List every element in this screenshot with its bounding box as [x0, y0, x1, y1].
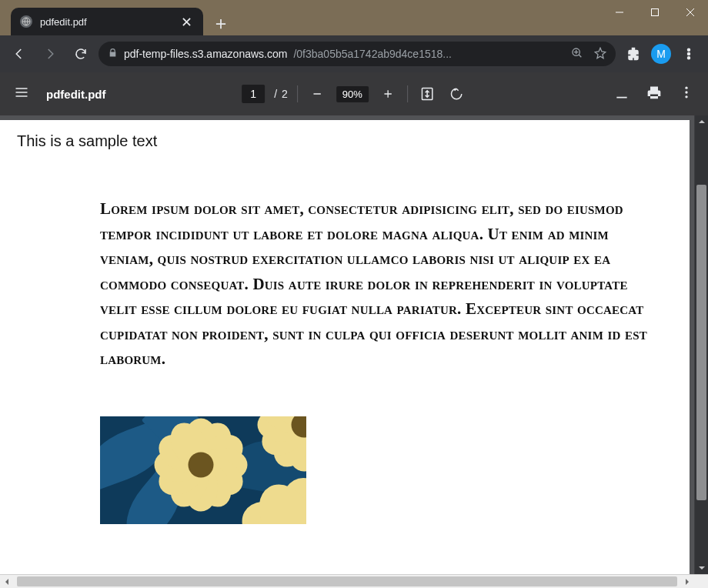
rotate-button[interactable]	[446, 84, 466, 104]
page-separator: /	[274, 88, 277, 100]
vertical-scroll-thumb[interactable]	[696, 185, 706, 500]
extensions-button[interactable]	[620, 41, 646, 67]
zoom-in-button[interactable]	[378, 84, 398, 104]
svg-point-4	[688, 53, 690, 55]
svg-point-9	[685, 95, 687, 98]
zoom-indicator-icon[interactable]	[571, 47, 583, 62]
url-path: /0f3ba05b5a1742ab9d4ce1518...	[293, 48, 452, 60]
page-count: / 2	[274, 88, 288, 100]
vertical-scrollbar[interactable]	[694, 115, 708, 574]
tab-title: pdfedit.pdf	[40, 16, 87, 28]
address-bar: pdf-temp-files.s3.amazonaws.com/0f3ba05b…	[0, 35, 708, 72]
window-titlebar: pdfedit.pdf	[0, 0, 708, 35]
lock-icon	[108, 48, 118, 60]
minimize-button[interactable]	[602, 0, 637, 25]
forward-button[interactable]	[37, 41, 63, 67]
svg-point-8	[685, 91, 687, 93]
browser-tab-active[interactable]: pdfedit.pdf	[11, 8, 203, 35]
svg-rect-1	[652, 9, 659, 16]
scroll-down-arrow-icon[interactable]	[695, 562, 708, 574]
divider	[407, 85, 408, 102]
close-tab-icon[interactable]	[180, 15, 192, 28]
url-host: pdf-temp-files.s3.amazonaws.com	[124, 48, 287, 60]
omnibox[interactable]: pdf-temp-files.s3.amazonaws.com/0f3ba05b…	[99, 42, 616, 66]
fit-page-button[interactable]	[417, 84, 437, 104]
pdf-toolbar: pdfedit.pdf 1 / 2 90%	[0, 72, 708, 115]
sidebar-toggle-button[interactable]	[14, 85, 29, 103]
zoom-level[interactable]: 90%	[336, 86, 369, 102]
pdf-filename: pdfedit.pdf	[46, 88, 105, 101]
scroll-up-arrow-icon[interactable]	[695, 115, 708, 128]
browser-menu-button[interactable]	[676, 41, 702, 67]
page-total: 2	[282, 88, 288, 100]
horizontal-scrollbar[interactable]	[0, 574, 708, 588]
svg-point-7	[685, 87, 687, 89]
page-number-input[interactable]: 1	[242, 85, 265, 103]
profile-avatar[interactable]: M	[651, 44, 671, 64]
pdf-page-1: This is a sample text Lorem ipsum dolor …	[0, 120, 690, 574]
window-controls	[602, 0, 708, 25]
document-image-flowers	[100, 416, 306, 524]
new-tab-button[interactable]	[209, 12, 232, 35]
print-button[interactable]	[646, 85, 662, 103]
reload-button[interactable]	[68, 41, 94, 67]
pdf-viewport: This is a sample text Lorem ipsum dolor …	[0, 115, 708, 588]
close-window-button[interactable]	[673, 0, 708, 25]
divider	[297, 85, 298, 102]
maximize-button[interactable]	[637, 0, 673, 25]
pdf-more-menu-button[interactable]	[679, 85, 694, 103]
sample-text: This is a sample text	[17, 132, 676, 150]
pdf-toolbar-right	[614, 85, 694, 103]
globe-icon	[20, 15, 32, 28]
svg-point-5	[688, 57, 690, 59]
download-button[interactable]	[614, 85, 630, 103]
svg-point-3	[688, 48, 690, 51]
bookmark-star-icon[interactable]	[594, 47, 606, 62]
scroll-right-arrow-icon[interactable]	[680, 575, 694, 588]
pdf-page-area[interactable]: This is a sample text Lorem ipsum dolor …	[0, 115, 694, 574]
horizontal-scroll-thumb[interactable]	[17, 576, 677, 586]
scroll-left-arrow-icon[interactable]	[0, 575, 14, 588]
pdf-toolbar-center: 1 / 2 90%	[242, 84, 466, 104]
zoom-out-button[interactable]	[307, 84, 327, 104]
lorem-paragraph: Lorem ipsum dolor sit amet, consectetur …	[100, 196, 648, 372]
tab-strip: pdfedit.pdf	[0, 0, 232, 35]
back-button[interactable]	[6, 41, 32, 67]
